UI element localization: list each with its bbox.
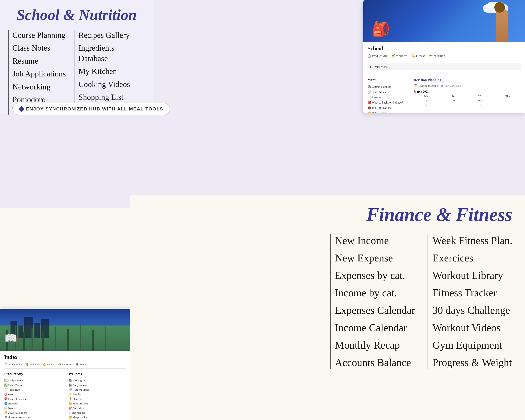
well-item-5: 😊 Mood Tracker xyxy=(69,401,123,406)
notion-mockup-school: 🎒 School 📋 Productivity 🌿 Wellness 💪 Fit… xyxy=(363,0,525,113)
school-nutrition-section: School & Nutrition Course PlanningClass … xyxy=(0,0,153,113)
reed-8 xyxy=(80,325,81,351)
left-feature-item-4: Networking xyxy=(12,82,66,92)
well-item-0: 📚 Reading List xyxy=(69,378,123,383)
index-tab-nutrition[interactable]: 🥗 Nutrition xyxy=(58,363,72,366)
right-feature-item-1: Ingredients Database xyxy=(79,43,145,64)
calendar-grid: Mon Tue Wed Thu 27 28 Mar 1 6 7 8 xyxy=(414,95,521,108)
prod-item-7: 🎊 2023 Resolutions xyxy=(4,411,58,415)
fitness-item-3: Fitness Tracker xyxy=(432,286,512,300)
tab-wellness[interactable]: 🌿 Wellness xyxy=(392,54,407,58)
prod-item-8: ⏱ Flowtime Technique xyxy=(4,415,58,420)
prod-item-1: ✅ Habit Tracker xyxy=(4,383,58,387)
tab-fitness[interactable]: 💪 Fitness xyxy=(412,54,425,58)
fitness-item-0: Week Fitness Plan. xyxy=(432,234,512,247)
mockup-nav: School 📋 Productivity 🌿 Wellness 💪 Fitne… xyxy=(363,42,525,61)
menu-item-3: 🎒 What to Pack for College? xyxy=(367,100,410,105)
index-tab-productivity[interactable]: 📋 Productivity xyxy=(4,363,22,366)
anime-figure-head xyxy=(494,2,505,13)
arrow-icon: ▶ xyxy=(370,65,372,69)
reed-5 xyxy=(42,331,44,351)
prod-tab-label: Productivity xyxy=(8,363,22,366)
tab-productivity[interactable]: 📋 Productivity xyxy=(367,54,387,58)
cal-day-28: 28 xyxy=(441,99,467,103)
left-feature-item-2: Resume xyxy=(12,56,66,66)
mockup-school-title: School xyxy=(367,45,521,52)
menu-item-0: 📚 Course Planning xyxy=(367,84,410,89)
productivity-tab-icon: 📋 xyxy=(367,54,371,58)
tab-nutrition[interactable]: 🥗 Nutrition xyxy=(429,54,445,58)
cta-text: ENJOY SYNCHRONIZED HUB WITH ALL MEAL TOO… xyxy=(26,106,163,112)
index-content: Index 📋 Productivity 🌿 Wellness 💪 Fitnes… xyxy=(0,351,130,420)
cal-day-7: 7 xyxy=(441,103,467,108)
fitness-tab-icon: 💪 xyxy=(412,54,415,58)
reed-7 xyxy=(67,329,69,351)
school-nutrition-title: School & Nutrition xyxy=(8,6,145,24)
index-mockup: 📖 Index 📋 Productivity 🌿 Wellness 💪 Fitn… xyxy=(0,309,130,420)
fit-tab-icon: 💪 xyxy=(43,363,46,366)
school-tab-label: School xyxy=(80,363,87,366)
mockup-calendar: Revision Planning 📅 Revision Planning ⚙️… xyxy=(414,78,521,113)
cal-day-mar1: Mar 1 xyxy=(468,99,494,103)
wellness-col: Wellness 📚 Reading List📓 Daily Journal🔗 … xyxy=(69,372,126,420)
well-item-6: 💕 Date Ideas xyxy=(69,406,123,411)
book-icon: 📖 xyxy=(4,332,17,344)
instructions-label: Instructions xyxy=(374,65,387,69)
finance-item-5: Income Calendar xyxy=(335,321,415,335)
wellness-tab-icon: 🌿 xyxy=(392,54,395,58)
menu-item-4: 💼 Job Applications xyxy=(367,105,410,111)
cal-day-empty2 xyxy=(495,103,521,108)
index-tab-wellness[interactable]: 🌿 Wellness xyxy=(25,363,39,366)
productivity-col: Productivity 🌅 Daily routine✅ Habit Trac… xyxy=(4,372,62,420)
school-tab-icon: 🎓 xyxy=(75,363,79,366)
right-feature-item-0: Recipes Gallery xyxy=(79,30,145,40)
cal-link-planning: 📅 Revision Planning xyxy=(414,84,438,88)
finance-item-1: New Expense xyxy=(335,251,415,265)
left-feature-item-3: Job Applications xyxy=(12,69,66,79)
fit-tab-label: Fitness xyxy=(47,363,55,366)
well-item-2: 🔗 Random Links xyxy=(69,387,123,392)
well-tab-label: Wellness xyxy=(29,363,39,366)
diamond-icon xyxy=(19,106,24,112)
cal-day-27: 27 xyxy=(414,99,440,103)
cal-header-tue: Tue xyxy=(441,95,467,98)
reed-4 xyxy=(31,328,33,351)
finance-item-0: New Income xyxy=(335,234,415,247)
index-title: Index xyxy=(4,354,126,360)
instructions-row: ▶ Instructions xyxy=(367,63,521,70)
anime-figure-body xyxy=(496,8,508,42)
fitness-item-6: Gym Equipment xyxy=(432,338,512,352)
finance-item-7: Accounts Balance xyxy=(335,356,415,369)
finance-item-3: Income by cat. xyxy=(335,286,415,300)
menu-item-5: 🤝 Networking xyxy=(367,111,410,113)
index-tab-fitness[interactable]: 💪 Fitness xyxy=(43,363,55,366)
calendar-links: 📅 Revision Planning ⚙️ Revision tracker xyxy=(414,84,521,88)
finance-right-col: Week Fitness Plan.ExercicesWorkout Libra… xyxy=(428,234,512,369)
prod-item-0: 🌅 Daily routine xyxy=(4,378,58,383)
cal-day-empty1 xyxy=(495,99,521,103)
finance-fitness-title: Finance & Fitness xyxy=(143,204,512,225)
mockup-tabs[interactable]: 📋 Productivity 🌿 Wellness 💪 Fitness 🥗 Nu… xyxy=(367,54,521,58)
col-divider xyxy=(65,372,65,420)
index-tab-school[interactable]: 🎓 School xyxy=(75,363,87,366)
reed-6 xyxy=(55,327,56,351)
right-feature-item-4: Shopping List xyxy=(79,92,145,102)
mockup-content-area: Menu 📚 Course Planning📝 Class Notes📄 Res… xyxy=(363,75,525,113)
fitness-item-4: 30 days Challenge xyxy=(432,303,512,317)
calendar-month: March 2023 xyxy=(414,90,521,93)
prod-item-4: 📆 Content Calendar xyxy=(4,397,58,401)
left-features-col: Course PlanningClass NotesResumeJob Appl… xyxy=(8,30,66,115)
index-header-image: 📖 xyxy=(0,309,130,351)
nutr-tab-label: Nutrition xyxy=(62,363,72,366)
reed-10 xyxy=(105,327,106,351)
finance-item-6: Monthly Recap xyxy=(335,338,415,352)
reeds-area xyxy=(0,334,130,351)
cal-link-tracker: ⚙️ Revision tracker xyxy=(440,84,462,88)
instructions-bar: ▶ Instructions xyxy=(363,61,525,75)
reed-9 xyxy=(92,330,94,351)
wellness-col-title: Wellness xyxy=(69,372,123,376)
right-feature-item-3: Cooking Videos xyxy=(79,79,145,89)
fitness-item-5: Workout Videos xyxy=(432,321,512,335)
prod-item-6: 📝 Notes xyxy=(4,406,58,411)
cal-day-6: 6 xyxy=(414,103,440,108)
